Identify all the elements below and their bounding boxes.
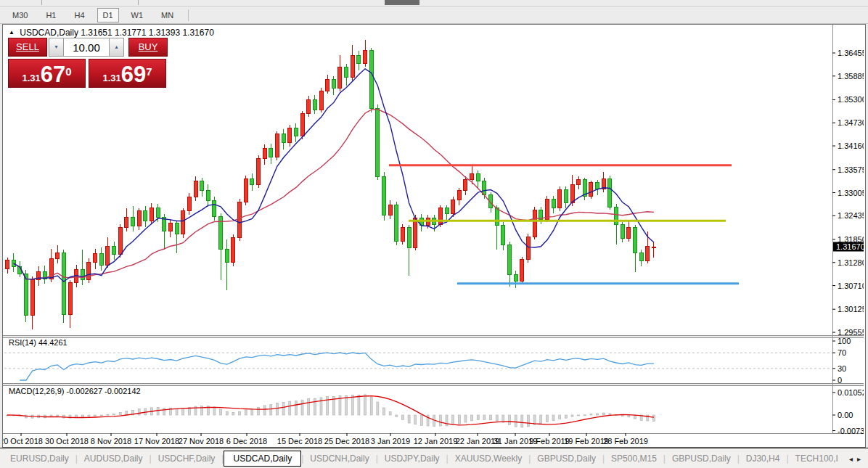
trade-panel-top-row: SELL ▾ ▴ BUY	[8, 38, 168, 57]
svg-text:1.31280: 1.31280	[838, 258, 864, 267]
svg-text:1.32435: 1.32435	[838, 211, 864, 220]
svg-text:0.010525: 0.010525	[838, 388, 864, 397]
svg-text:28 Feb 2019: 28 Feb 2019	[603, 437, 648, 446]
svg-text:19 Feb 2019: 19 Feb 2019	[564, 437, 609, 446]
chart-tab-bar: EURUSD,Daily|AUDUSD,Daily|USDCHF,Daily|U…	[0, 448, 868, 468]
svg-text:30: 30	[838, 364, 846, 373]
tab-sp500-m15[interactable]: SP500,M15	[605, 451, 663, 467]
svg-text:15 Dec 2018: 15 Dec 2018	[277, 437, 322, 446]
timeframe-d1[interactable]: D1	[97, 8, 119, 22]
tab-dj30-h4[interactable]: DJ30,H4	[740, 451, 787, 467]
svg-text:3 Jan 2019: 3 Jan 2019	[371, 437, 410, 446]
sell-price-prefix: 1.31	[22, 73, 40, 83]
volume-increase-button[interactable]: ▴	[109, 38, 124, 57]
svg-text:1.30125: 1.30125	[838, 305, 864, 313]
svg-text:0.00: 0.00	[838, 411, 853, 419]
chart-background	[3, 25, 864, 446]
timeframe-w1[interactable]: W1	[126, 8, 150, 22]
svg-text:1.30710: 1.30710	[838, 282, 864, 290]
tab-tech100-i[interactable]: TECH100,I	[789, 451, 845, 467]
tab-usdcnh-daily[interactable]: USDCNH,Daily	[303, 451, 375, 467]
volume-input[interactable]	[64, 38, 109, 57]
tab-scroll-arrows: ◂▸	[845, 455, 868, 463]
timeframe-h4[interactable]: H4	[68, 8, 90, 22]
svg-text:1.35300: 1.35300	[838, 95, 864, 104]
buy-button[interactable]: BUY	[128, 38, 168, 57]
tab-gbpusd-daily[interactable]: GBPUSD,Daily	[531, 451, 602, 467]
svg-text:1.33005: 1.33005	[838, 189, 864, 197]
tab-scroll-right-icon[interactable]: ▸	[857, 455, 861, 463]
buy-price-button[interactable]: 1.31697	[89, 59, 166, 88]
svg-text:0: 0	[838, 376, 842, 385]
timeframe-mn[interactable]: MN	[155, 8, 179, 22]
tab-audusd-daily[interactable]: AUDUSD,Daily	[78, 451, 150, 467]
svg-text:1.34160: 1.34160	[838, 141, 864, 150]
chart-symbol-label: USDCAD,Daily	[20, 28, 78, 38]
chart-title: ▲ USDCAD,Daily 1.31651 1.31771 1.31393 1…	[9, 28, 214, 38]
tab-eurusd-daily[interactable]: EURUSD,Daily	[4, 451, 75, 467]
sell-price-main: 67	[41, 64, 65, 86]
svg-text:1.34730: 1.34730	[838, 118, 864, 127]
macd-indicator-label: MACD(12,26,9) -0.002627 -0.002142	[9, 387, 141, 395]
tab-usdjpy-daily[interactable]: USDJPY,Daily	[378, 451, 446, 467]
svg-text:-0.0073: -0.0073	[838, 427, 864, 435]
toolbar-button-edge	[385, 0, 419, 5]
svg-text:1.31670: 1.31670	[836, 242, 864, 251]
sell-price-button[interactable]: 1.31670	[8, 59, 86, 88]
timeframe-toolbar: M30H1H4D1W1MN	[0, 7, 868, 24]
toolbar-separator	[188, 9, 189, 21]
svg-text:6 Dec 2018: 6 Dec 2018	[226, 437, 267, 446]
svg-text:20 Oct 2018: 20 Oct 2018	[3, 437, 43, 446]
main-toolbar-edge	[0, 0, 868, 7]
svg-text:1.29555: 1.29555	[838, 328, 864, 337]
tab-usdchf-daily[interactable]: USDCHF,Daily	[152, 451, 222, 467]
chart-window: 1.364551.358851.353001.347301.341601.335…	[2, 24, 866, 448]
tab-gbpusd-daily[interactable]: GBPUSD,Daily	[666, 451, 737, 467]
sell-button[interactable]: SELL	[8, 38, 47, 57]
buy-price-main: 69	[121, 64, 146, 86]
toolbar-separator	[41, 0, 42, 5]
svg-text:1.35885: 1.35885	[838, 72, 864, 81]
chart-ohlc-values: 1.31651 1.31771 1.31393 1.31670	[81, 28, 214, 38]
svg-text:100: 100	[838, 337, 851, 345]
rsi-indicator-label: RSI(14) 44.4261	[9, 338, 67, 347]
volume-decrease-button[interactable]: ▾	[49, 38, 64, 57]
tab-xauusd-weekly[interactable]: XAUUSD,Weekly	[449, 451, 528, 467]
svg-text:17 Nov 2018: 17 Nov 2018	[134, 437, 179, 446]
price-chart-canvas[interactable]: 1.364551.358851.353001.347301.341601.335…	[3, 25, 864, 446]
sell-price-pip: 0	[65, 65, 71, 78]
svg-text:1.36455: 1.36455	[838, 49, 864, 57]
svg-text:1.33575: 1.33575	[838, 165, 864, 174]
collapse-arrow-icon[interactable]: ▲	[9, 29, 15, 36]
mt4-terminal: M30H1H4D1W1MN 1.364551.358851.353001.347…	[0, 0, 868, 468]
svg-text:8 Nov 2018: 8 Nov 2018	[91, 437, 131, 446]
svg-text:12 Jan 2019: 12 Jan 2019	[414, 437, 458, 446]
toolbar-separator	[138, 0, 139, 5]
buy-price-pip: 7	[146, 65, 152, 78]
svg-text:30 Oct 2018: 30 Oct 2018	[45, 437, 89, 446]
timeframe-h1[interactable]: H1	[40, 8, 62, 22]
buy-price-prefix: 1.31	[102, 73, 120, 83]
timeframe-m30[interactable]: M30	[7, 8, 33, 22]
svg-text:70: 70	[838, 348, 846, 357]
trade-panel-price-row: 1.31670 1.31697	[8, 59, 168, 88]
svg-text:27 Nov 2018: 27 Nov 2018	[179, 437, 224, 446]
tab-usdcad-daily[interactable]: USDCAD,Daily	[224, 451, 301, 467]
svg-text:25 Dec 2018: 25 Dec 2018	[324, 437, 369, 446]
tab-scroll-left-icon[interactable]: ◂	[849, 455, 853, 463]
one-click-trading-panel: SELL ▾ ▴ BUY 1.31670 1.31697	[8, 38, 168, 88]
